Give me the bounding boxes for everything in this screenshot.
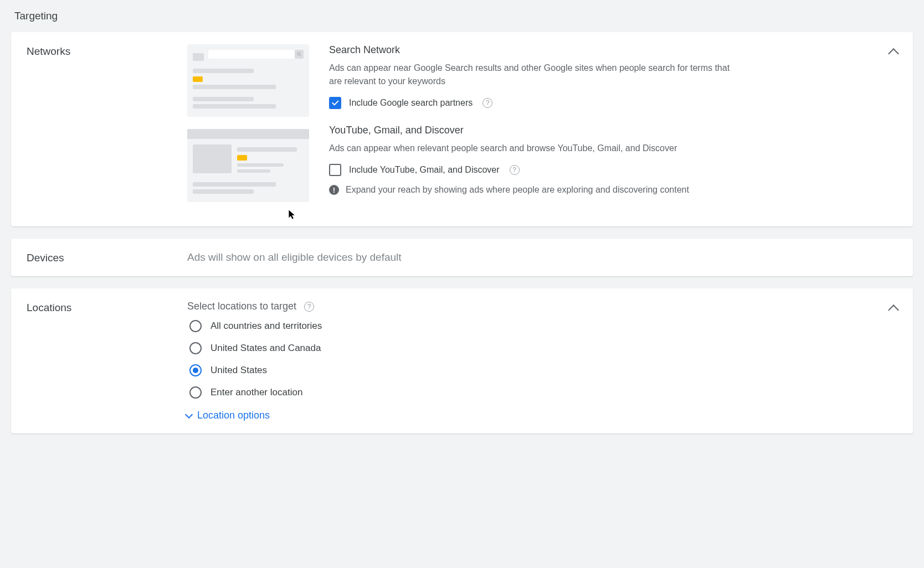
networks-card: Networks [11,32,913,226]
location-options-toggle[interactable]: Location options [186,410,875,421]
help-icon[interactable]: ? [510,165,520,175]
search-network-desc: Ads can appear near Google Search result… [329,61,733,88]
networks-label: Networks [27,44,187,58]
radio-label: United States [211,365,267,376]
locations-label: Locations [27,301,187,314]
location-options-label: Location options [197,410,270,421]
devices-text: Ads will show on all eligible devices by… [187,251,897,264]
location-radio-option[interactable]: Enter another location [189,386,875,399]
ygd-desc: Ads can appear when relevant people sear… [329,142,733,155]
devices-label: Devices [27,251,187,264]
info-icon: ! [329,185,339,195]
search-network-title: Search Network [329,44,875,56]
help-icon[interactable]: ? [482,98,492,108]
radio-label: All countries and territories [211,321,322,332]
ygd-title: YouTube, Gmail, and Discover [329,125,875,136]
locations-card: Locations Select locations to target ? A… [11,288,913,433]
devices-card[interactable]: Devices Ads will show on all eligible de… [11,239,913,276]
location-radio-option[interactable]: United States [189,364,875,376]
search-partners-label: Include Google search partners [349,98,473,108]
ygd-checkbox[interactable] [329,164,341,176]
collapse-icon[interactable] [888,304,899,316]
radio-button[interactable] [189,320,202,332]
radio-button[interactable] [189,364,202,376]
radio-label: United States and Canada [211,343,321,354]
help-icon[interactable]: ? [304,302,314,312]
chevron-down-icon [185,410,193,418]
page-title: Targeting [14,10,913,22]
ygd-checkbox-label: Include YouTube, Gmail, and Discover [349,165,500,175]
collapse-icon[interactable] [888,48,899,59]
radio-label: Enter another location [211,387,302,398]
svg-line-1 [300,55,301,56]
radio-button[interactable] [189,386,202,399]
location-radio-option[interactable]: United States and Canada [189,342,875,354]
ygd-info-text: Expand your reach by showing ads where p… [346,185,689,195]
ygd-network-thumb [187,129,309,202]
search-network-thumb [187,44,309,117]
search-partners-checkbox[interactable] [329,97,341,109]
svg-point-0 [297,53,300,55]
location-radio-option[interactable]: All countries and territories [189,320,875,332]
radio-button[interactable] [189,342,202,354]
locations-prompt: Select locations to target [187,301,296,312]
